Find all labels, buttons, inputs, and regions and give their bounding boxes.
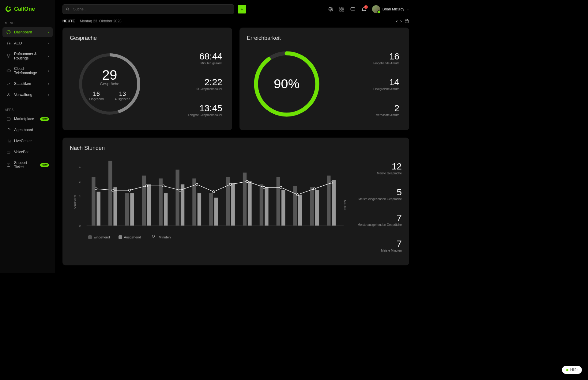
card-title: Nach Stunden	[70, 145, 402, 151]
svg-rect-54	[298, 195, 302, 226]
hours-chart: Gespräche Minuten 0234 Eingehend Ausgehe…	[70, 155, 344, 258]
svg-point-70	[280, 186, 282, 188]
stat-label: Meiste Gespräche	[377, 172, 402, 175]
topbar: + 1 Brian Miculcy ⌄	[55, 0, 417, 18]
stat-value: 68:44	[199, 51, 222, 62]
bot-icon	[6, 150, 11, 154]
chart-legend: Eingehend Ausgehend Minuten	[79, 235, 344, 239]
sidebar-item-label: Support Ticket	[14, 161, 37, 169]
stat-value: 2:22	[197, 77, 223, 87]
svg-rect-17	[342, 10, 344, 11]
sidebar-item-label: LiveCenter	[14, 139, 32, 143]
card-hours: Nach Stunden Gespräche Minuten 0234 Eing…	[62, 138, 409, 265]
sidebar-item-voicebot[interactable]: VoiceBot	[2, 147, 53, 157]
stat-label: Erfolgreiche Anrufe	[373, 87, 399, 91]
calls-out-value: 13	[115, 90, 130, 97]
calls-in-value: 16	[89, 90, 104, 97]
svg-rect-58	[332, 180, 336, 226]
calls-total-label: Gespräche	[89, 82, 130, 86]
svg-rect-16	[340, 10, 341, 11]
svg-point-71	[296, 194, 299, 196]
sidebar-item-marketplace[interactable]: Marketplace NEW	[2, 114, 53, 124]
svg-rect-35	[142, 176, 146, 226]
next-day-button[interactable]: ›	[400, 18, 402, 24]
search-wrap	[62, 4, 234, 14]
calls-out-label: Ausgehend	[115, 97, 130, 101]
svg-rect-43	[209, 193, 213, 226]
svg-rect-56	[315, 190, 319, 226]
stat-label: Verpasste Anrufe	[376, 113, 399, 117]
svg-point-5	[8, 93, 9, 94]
svg-point-10	[9, 152, 9, 152]
svg-rect-14	[340, 7, 341, 9]
dashboard-icon	[6, 30, 11, 35]
new-badge: NEW	[40, 117, 49, 121]
svg-point-64	[179, 189, 181, 191]
legend-min: Minuten	[159, 235, 171, 239]
chat-icon[interactable]	[350, 6, 356, 12]
add-button[interactable]: +	[238, 5, 246, 13]
avatar	[372, 5, 380, 13]
prev-day-button[interactable]: ‹	[396, 18, 398, 24]
svg-rect-32	[113, 187, 117, 226]
svg-point-12	[66, 8, 68, 10]
new-badge: NEW	[40, 163, 49, 167]
chevron-right-icon: ›	[48, 82, 49, 86]
nav-section-apps: APPS	[0, 106, 55, 113]
logo[interactable]: CallOne	[0, 0, 55, 19]
sidebar-item-label: Verwaltung	[14, 93, 32, 97]
svg-point-66	[213, 191, 215, 193]
svg-rect-49	[260, 184, 263, 226]
main: + 1 Brian Miculcy ⌄ HEUTE Montag 23. Okt…	[55, 0, 417, 273]
sidebar-item-admin[interactable]: Verwaltung ›	[2, 90, 53, 100]
svg-point-73	[330, 182, 332, 184]
apps-icon[interactable]	[339, 6, 345, 12]
sidebar-item-ticket[interactable]: Support Ticket NEW	[2, 158, 53, 172]
sidebar-item-label: Rufnummer & Routings	[14, 52, 45, 60]
stat-value: 7	[381, 238, 402, 249]
chevron-right-icon: ›	[48, 93, 49, 97]
sidebar-item-label: Statistiken	[14, 82, 31, 86]
globe-icon[interactable]	[328, 6, 334, 12]
svg-text:0: 0	[79, 224, 81, 227]
calendar-icon[interactable]	[404, 19, 409, 24]
search-icon	[66, 7, 70, 11]
user-menu[interactable]: Brian Miculcy ⌄	[372, 5, 409, 13]
reach-percent: 90%	[274, 77, 300, 91]
legend-in: Eingehend	[94, 235, 110, 239]
sidebar-item-label: Cloud-Telefonanlage	[14, 66, 45, 75]
bell-icon[interactable]: 1	[361, 6, 367, 12]
svg-text:2: 2	[79, 195, 81, 198]
svg-rect-51	[277, 177, 280, 226]
svg-rect-31	[108, 161, 112, 226]
svg-text:4: 4	[79, 165, 81, 169]
svg-point-60	[112, 189, 114, 191]
sidebar-item-stats[interactable]: Statistiken ›	[2, 79, 53, 89]
svg-rect-53	[293, 186, 297, 226]
svg-rect-48	[248, 181, 251, 226]
search-input[interactable]	[62, 4, 234, 14]
svg-point-68	[246, 180, 248, 183]
dateime-today-label: HEUTE	[62, 19, 75, 23]
cloud-icon	[6, 68, 11, 73]
sidebar-item-agentboard[interactable]: Agentboard	[2, 125, 53, 135]
stat-label: Ø Gesprächsdauer	[197, 87, 223, 91]
sidebar-item-acd[interactable]: ACD ›	[2, 38, 53, 48]
svg-point-65	[196, 183, 198, 185]
card-title: Erreichbarkeit	[247, 35, 402, 41]
svg-rect-36	[147, 184, 151, 226]
svg-point-72	[313, 188, 315, 190]
svg-point-63	[162, 185, 164, 187]
stat-label: Minuten gesamt	[199, 62, 222, 65]
sidebar-item-cloud[interactable]: Cloud-Telefonanlage ›	[2, 64, 53, 78]
svg-rect-19	[405, 20, 409, 23]
ticket-icon	[6, 162, 11, 167]
svg-point-0	[9, 7, 11, 9]
logo-text: CallOne	[14, 6, 35, 12]
sidebar-item-dashboard[interactable]: Dashboard ›	[2, 27, 53, 37]
bars-icon	[6, 139, 11, 143]
sidebar-item-livecenter[interactable]: LiveCenter	[2, 136, 53, 146]
sidebar-item-label: Marketplace	[14, 117, 34, 121]
stats-icon	[6, 81, 11, 86]
sidebar-item-routing[interactable]: Rufnummer & Routings ›	[2, 49, 53, 63]
